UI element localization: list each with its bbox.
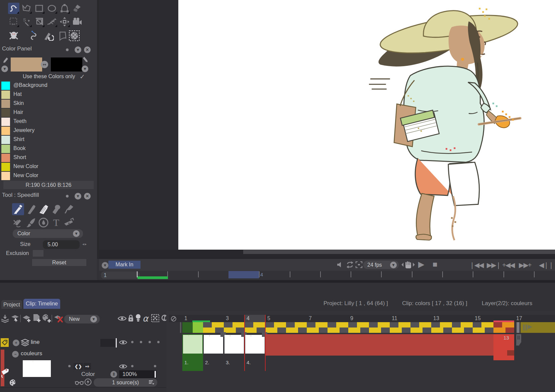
- line-track-cell[interactable]: [473, 328, 485, 333]
- panel-dot-icon[interactable]: [66, 195, 69, 198]
- lightning-icon[interactable]: [84, 378, 92, 386]
- line-track-first-frame[interactable]: [182, 322, 193, 333]
- line-track-cell[interactable]: [381, 328, 390, 333]
- line-track-cell[interactable]: [485, 328, 493, 333]
- playhead-line[interactable]: [265, 315, 266, 371]
- playhead-line[interactable]: [244, 315, 245, 371]
- fps-dropdown[interactable]: 24 fps ▼: [363, 261, 399, 269]
- line-track-cell[interactable]: [369, 328, 381, 333]
- fill-mode-dropdown[interactable]: Color ▼: [13, 229, 83, 238]
- color-list-item[interactable]: Skin: [0, 99, 97, 108]
- mute-icon[interactable]: [337, 261, 344, 268]
- drawing-canvas[interactable]: [178, 0, 555, 250]
- flipbook-frame-icon[interactable]: [355, 261, 363, 268]
- new-layer-dropdown[interactable]: New ▼: [64, 315, 100, 323]
- loop-icon[interactable]: [346, 261, 354, 268]
- warp-shape-tool[interactable]: [59, 3, 70, 14]
- color-list-item[interactable]: New Color: [0, 171, 97, 180]
- line-track-cell[interactable]: [203, 322, 212, 328]
- line-track-cell[interactable]: [224, 322, 233, 328]
- eraser-tool[interactable]: [37, 203, 50, 215]
- color-a-menu-icon[interactable]: ▼: [1, 66, 8, 72]
- line-track-cell[interactable]: [319, 328, 328, 333]
- page-flip-tool[interactable]: [57, 30, 68, 41]
- line-track-cell[interactable]: [410, 322, 419, 328]
- color-chip[interactable]: [1, 118, 10, 126]
- line-layer-eye-icon[interactable]: [119, 340, 127, 345]
- crop-copy-tool[interactable]: [33, 16, 45, 27]
- text-tool[interactable]: T: [50, 217, 62, 229]
- add-layer-icon[interactable]: [22, 314, 31, 323]
- freehand-draw-tool[interactable]: [8, 3, 19, 14]
- color-chip[interactable]: [1, 82, 10, 90]
- instance-head-icon[interactable]: ❮❯: [74, 363, 83, 370]
- go-last-frame-button[interactable]: ▶▶❘: [487, 261, 501, 269]
- spline-tool[interactable]: [29, 30, 40, 41]
- canvas-area[interactable]: [99, 0, 555, 250]
- color-chip[interactable]: [1, 109, 10, 117]
- line-track-cell[interactable]: [431, 328, 443, 333]
- color-chip[interactable]: [1, 163, 10, 171]
- line-track-cell[interactable]: [443, 328, 452, 333]
- line-track-cell[interactable]: [473, 322, 481, 328]
- line-track-cell[interactable]: [452, 328, 464, 333]
- color-list-item[interactable]: Hat: [0, 90, 97, 99]
- fill-tool[interactable]: [37, 217, 50, 229]
- line-track-cell[interactable]: [212, 322, 224, 328]
- line-track-cell[interactable]: [245, 322, 253, 328]
- tab-project[interactable]: Project: [1, 300, 22, 309]
- line-layer-tag[interactable]: [1, 338, 9, 347]
- line-track-cell[interactable]: [286, 328, 298, 333]
- color-chip[interactable]: [1, 127, 10, 135]
- mini-selection-block[interactable]: [228, 271, 259, 278]
- line-track-cell[interactable]: [505, 328, 514, 333]
- speedfill-pen-tool[interactable]: [12, 203, 24, 215]
- panel-dot-icon[interactable]: [66, 48, 69, 51]
- line-track-cell[interactable]: [493, 328, 505, 333]
- save-stack-icon[interactable]: [1, 314, 9, 323]
- line-track-cell[interactable]: [390, 328, 402, 333]
- frame-thumbnail[interactable]: [204, 335, 223, 354]
- panel-close-icon[interactable]: ✕: [84, 46, 91, 53]
- fishbone-tool[interactable]: [46, 16, 58, 27]
- line-track-cell[interactable]: [203, 328, 215, 333]
- line-track-cell[interactable]: [423, 328, 431, 333]
- line-track-cell[interactable]: [328, 328, 340, 333]
- oil-brush-tool[interactable]: [63, 203, 75, 215]
- stop-button[interactable]: ■: [433, 260, 437, 268]
- select-layer-icon[interactable]: [11, 314, 19, 323]
- undo-stroke-tool[interactable]: [43, 30, 54, 41]
- rectangle-tool[interactable]: [33, 3, 45, 14]
- opacity-input[interactable]: 100%: [119, 370, 157, 378]
- swap-colors-icon[interactable]: ⇿: [41, 61, 48, 68]
- line-track-cell[interactable]: [369, 322, 378, 328]
- mini-timeline[interactable]: 1 4: [99, 271, 555, 280]
- color-chip[interactable]: [1, 154, 10, 162]
- color-list-item[interactable]: New Color: [0, 162, 97, 171]
- layer-option-dot[interactable]: [68, 365, 71, 367]
- color-layer-eye-icon[interactable]: [119, 364, 127, 369]
- line-track-cell[interactable]: [315, 322, 328, 328]
- size-input[interactable]: 5.00: [43, 240, 80, 249]
- color-list-item[interactable]: Jewelery: [0, 126, 97, 135]
- secondary-color-swatch[interactable]: [51, 57, 82, 72]
- frame-thumbnail[interactable]: [224, 335, 244, 354]
- frame-thumbnail[interactable]: [245, 335, 265, 354]
- line-track-cell[interactable]: [286, 322, 295, 328]
- no-draw-tool[interactable]: [12, 217, 24, 229]
- layer-option-dot[interactable]: [149, 341, 151, 343]
- tab-clip-timeline[interactable]: Clip: Timeline: [23, 299, 60, 309]
- line-track-first-frame[interactable]: [193, 322, 203, 333]
- cut-selection-tool[interactable]: ✂: [8, 16, 19, 27]
- color-chip[interactable]: [1, 172, 10, 180]
- color-list-item[interactable]: Book: [0, 144, 97, 153]
- lock-icon[interactable]: [128, 314, 134, 322]
- transparency-tool[interactable]: [69, 30, 80, 41]
- line-track-cell[interactable]: [481, 322, 493, 328]
- line-track-cell[interactable]: [378, 322, 390, 328]
- expand-line-layer-icon[interactable]: +: [13, 340, 19, 346]
- step-back-button[interactable]: ◀❘❘: [539, 261, 553, 269]
- lightbulb-icon[interactable]: [135, 313, 141, 322]
- pan-move-tool[interactable]: [59, 16, 70, 27]
- color-list-item[interactable]: Short: [0, 153, 97, 162]
